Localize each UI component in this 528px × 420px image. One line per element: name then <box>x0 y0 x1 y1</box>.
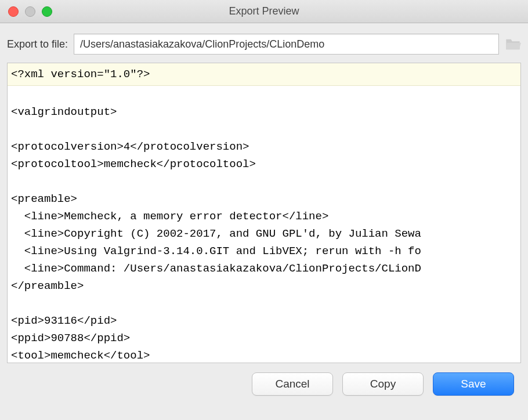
preview-textarea[interactable]: <?xml version="1.0"?> <valgrindoutput> <… <box>7 63 521 363</box>
titlebar: Export Preview <box>0 0 528 23</box>
preview-body: <valgrindoutput> <protocolversion>4</pro… <box>8 86 520 363</box>
dialog-content: Export to file: <?xml version="1.0"?> <v… <box>0 23 528 403</box>
window-controls <box>0 6 52 17</box>
zoom-window-button[interactable] <box>42 6 52 17</box>
folder-open-icon[interactable] <box>505 37 521 51</box>
dialog-button-row: Cancel Copy Save <box>7 363 521 396</box>
window-title: Export Preview <box>0 5 528 17</box>
preview-highlighted-line: <?xml version="1.0"?> <box>8 63 520 86</box>
export-file-label: Export to file: <box>7 38 68 50</box>
export-file-row: Export to file: <box>7 34 521 55</box>
copy-button[interactable]: Copy <box>342 372 424 396</box>
cancel-button[interactable]: Cancel <box>252 372 333 396</box>
minimize-window-button[interactable] <box>25 6 35 17</box>
save-button[interactable]: Save <box>433 372 514 396</box>
close-window-button[interactable] <box>8 6 19 17</box>
export-path-input[interactable] <box>74 34 499 55</box>
